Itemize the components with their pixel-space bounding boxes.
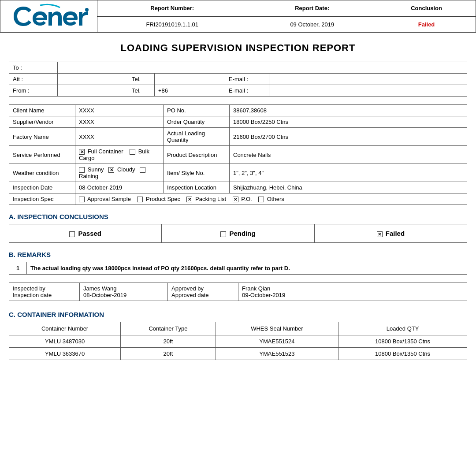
col-qty-header: Loaded QTY	[338, 322, 467, 335]
tel-value2: +86	[155, 85, 225, 97]
from-label: From :	[9, 85, 58, 97]
spec-product-label: Product Spec	[146, 196, 180, 202]
factory-label: Factory Name	[9, 128, 75, 146]
page-title: LOADING SUPERVISION INSPECTION REPORT	[0, 33, 476, 62]
pending-checkbox[interactable]	[220, 231, 226, 237]
col-number-header: Container Number	[9, 322, 121, 335]
spec-product-checkbox[interactable]	[137, 197, 143, 202]
company-logo	[9, 3, 89, 30]
failed-cell: Failed	[314, 224, 467, 243]
table-row: YMLU 348703020ftYMAE55152410800 Box/1350…	[9, 335, 467, 348]
conclusions-table: Passed Pending Failed	[9, 224, 467, 243]
passed-checkbox[interactable]	[69, 231, 75, 237]
to-label: To :	[9, 62, 58, 74]
remarks-table: 1 The actual loading qty was 18000pcs in…	[9, 262, 467, 275]
service-label: Service Performed	[9, 146, 75, 164]
container-heading: C. CONTAINER INFORMATION	[9, 311, 467, 318]
style-no-label: Item/ Style No.	[164, 164, 230, 182]
pending-label: Pending	[229, 230, 255, 237]
pending-cell: Pending	[162, 224, 314, 243]
inspection-location-label: Inspection Location	[164, 182, 230, 193]
full-container-label: Full Container	[88, 148, 123, 155]
approved-by-label: Approved by Approved date	[168, 283, 238, 301]
po-no-label: PO No.	[164, 105, 230, 116]
col-type-header: Container Type	[121, 322, 216, 335]
report-date-label: Report Date:	[247, 0, 377, 17]
tel-value1	[155, 74, 225, 85]
logo-cell	[0, 0, 97, 33]
report-date-value: 09 October, 2019	[247, 16, 377, 33]
bulk-cargo-checkbox[interactable]	[130, 149, 135, 155]
container-number: YMLU 3633670	[9, 348, 121, 360]
po-no-value: 38607,38608	[230, 105, 467, 116]
spec-packing-label: Packing List	[195, 196, 226, 202]
failed-checkbox[interactable]	[377, 231, 383, 237]
container-type: 20ft	[121, 335, 216, 348]
sunny-checkbox[interactable]	[79, 167, 85, 173]
raining-checkbox[interactable]	[140, 167, 145, 173]
failed-label: Failed	[386, 230, 405, 237]
inspection-spec-value: Approval Sample Product Spec Packing Lis…	[75, 193, 467, 205]
contact-table: To : Att : Tel. E-mail : From : Tel. +86…	[9, 62, 467, 97]
email-label2: E-mail :	[225, 85, 269, 97]
weather-value: Sunny Cloudy Raining	[75, 164, 164, 182]
inspection-date-label: Inspection Date	[9, 182, 75, 193]
order-qty-label: Order Quantity	[164, 116, 230, 128]
att-label: Att :	[9, 74, 58, 85]
email-label1: E-mail :	[225, 74, 269, 85]
container-seal: YMAE551523	[216, 348, 338, 360]
conclusion-label: Conclusion	[377, 0, 476, 17]
inspection-location-value: Shijiazhuang, Hebei, China	[230, 182, 467, 193]
cloudy-label: Cloudy	[117, 166, 135, 173]
raining-label: Raining	[79, 173, 98, 179]
order-qty-value: 18000 Box/2250 Ctns	[230, 116, 467, 128]
product-desc-value: Concrete Nails	[230, 146, 467, 164]
tel-label2: Tel.	[128, 85, 155, 97]
inspection-date-value: 08-October-2019	[75, 182, 164, 193]
approval-table: Inspected by Inspection date James Wang …	[9, 283, 467, 301]
client-name-label: Client Name	[9, 105, 75, 116]
tel-label1: Tel.	[128, 74, 155, 85]
passed-cell: Passed	[9, 224, 162, 243]
supplier-value: XXXX	[75, 116, 164, 128]
conclusions-heading: A. INSPECTION CONCLUSIONS	[9, 213, 467, 220]
att-value	[58, 74, 128, 85]
spec-others-label: Others	[267, 196, 284, 202]
to-value	[58, 62, 467, 74]
spec-packing-checkbox[interactable]	[186, 197, 192, 202]
container-type: 20ft	[121, 348, 216, 360]
product-desc-label: Product Description	[164, 146, 230, 164]
weather-label: Weather condition	[9, 164, 75, 182]
approved-by-value: Frank Qian 09-October-2019	[238, 283, 467, 301]
container-table: Container Number Container Type WHES Sea…	[9, 322, 467, 360]
col-seal-header: WHES Seal Number	[216, 322, 338, 335]
passed-label: Passed	[78, 230, 101, 237]
table-row: YMLU 363367020ftYMAE55152310800 Box/1350…	[9, 348, 467, 360]
report-number-label: Report Number:	[97, 0, 247, 17]
spec-po-label: P.O.	[241, 196, 252, 202]
inspected-by-value: James Wang 08-October-2019	[80, 283, 168, 301]
email-value2	[269, 85, 467, 97]
inspected-by-label: Inspected by Inspection date	[9, 283, 80, 301]
container-seal: YMAE551524	[216, 335, 338, 348]
container-qty: 10800 Box/1350 Ctns	[338, 335, 467, 348]
spec-others-checkbox[interactable]	[258, 197, 264, 202]
details-table: Client Name XXXX PO No. 38607,38608 Supp…	[9, 104, 467, 205]
spec-approval-checkbox[interactable]	[79, 197, 85, 202]
remarks-heading: B. REMARKS	[9, 251, 467, 258]
svg-point-0	[85, 8, 89, 11]
full-container-checkbox[interactable]	[79, 149, 85, 155]
report-number-value: FRI20191019.1.1.01	[97, 16, 247, 33]
remark-number: 1	[9, 262, 27, 275]
header-table: Report Number: Report Date: Conclusion F…	[0, 0, 476, 33]
inspection-spec-label: Inspection Spec	[9, 193, 75, 205]
spec-po-checkbox[interactable]	[233, 197, 238, 202]
service-value: Full Container Bulk Cargo	[75, 146, 164, 164]
supplier-label: Supplier/Vendor	[9, 116, 75, 128]
cloudy-checkbox[interactable]	[108, 167, 114, 173]
from-value	[58, 85, 128, 97]
factory-value: XXXX	[75, 128, 164, 146]
actual-loading-value: 21600 Box/2700 Ctns	[230, 128, 467, 146]
container-number: YMLU 3487030	[9, 335, 121, 348]
client-name-value: XXXX	[75, 105, 164, 116]
